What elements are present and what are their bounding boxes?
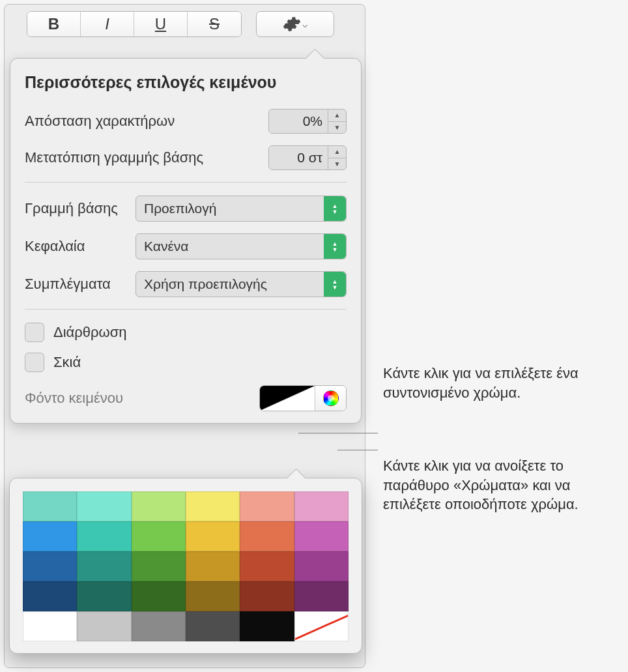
stepper-arrows[interactable]: ▲▼ xyxy=(328,146,346,169)
chevron-down-icon: ⌵ xyxy=(302,19,307,29)
no-color-swatch[interactable] xyxy=(294,611,349,641)
stepper-arrows[interactable]: ▲▼ xyxy=(328,110,346,133)
baseline-select-value: Προεπιλογή xyxy=(144,201,216,216)
color-wheel-icon xyxy=(323,390,339,406)
color-swatch[interactable] xyxy=(132,521,186,551)
baseline-label: Γραμμή βάσης xyxy=(25,200,136,217)
color-swatch[interactable] xyxy=(132,551,186,581)
more-text-options-popover: Περισσότερες επιλογές κειμένου Απόσταση … xyxy=(10,58,362,424)
color-wheel-button[interactable] xyxy=(315,386,346,411)
caps-select[interactable]: Κανένα ▲▼ xyxy=(136,233,347,259)
coordinated-color-swatch-button[interactable] xyxy=(260,386,315,411)
color-swatch[interactable] xyxy=(240,611,294,641)
outline-checkbox[interactable] xyxy=(25,323,44,342)
color-swatch[interactable] xyxy=(23,491,77,521)
select-arrows-icon: ▲▼ xyxy=(324,234,346,259)
color-swatch[interactable] xyxy=(77,521,131,551)
color-swatch[interactable] xyxy=(23,521,77,551)
text-format-toolbar: B I U S ⌵ xyxy=(5,5,365,41)
shadow-checkbox[interactable] xyxy=(25,353,44,372)
color-swatch[interactable] xyxy=(23,581,77,611)
text-background-control xyxy=(259,385,347,411)
callout-swatch: Κάντε κλικ για να επιλέξετε ένα συντονισ… xyxy=(383,364,618,402)
baseline-shift-input[interactable] xyxy=(269,146,328,169)
popover-title: Περισσότερες επιλογές κειμένου xyxy=(25,73,347,92)
color-swatch[interactable] xyxy=(294,491,349,521)
callout-wheel: Κάντε κλικ για να ανοίξετε το παράθυρο «… xyxy=(383,456,621,514)
outline-label: Διάρθρωση xyxy=(53,324,127,341)
text-background-label: Φόντο κειμένου xyxy=(25,390,259,407)
color-swatch[interactable] xyxy=(186,551,240,581)
char-spacing-label: Απόσταση χαρακτήρων xyxy=(25,113,268,130)
color-swatch[interactable] xyxy=(186,611,240,641)
color-swatch[interactable] xyxy=(23,551,77,581)
caps-label: Κεφαλαία xyxy=(25,238,136,255)
color-grid xyxy=(23,491,349,641)
baseline-shift-stepper[interactable]: ▲▼ xyxy=(268,145,347,170)
select-arrows-icon: ▲▼ xyxy=(324,272,346,297)
underline-button[interactable]: U xyxy=(134,12,188,37)
baseline-shift-label: Μετατόπιση γραμμής βάσης xyxy=(25,149,268,166)
shadow-label: Σκιά xyxy=(53,354,81,371)
italic-button[interactable]: I xyxy=(81,12,134,37)
bold-button[interactable]: B xyxy=(27,12,81,37)
baseline-select[interactable]: Προεπιλογή ▲▼ xyxy=(136,196,347,222)
caps-select-value: Κανένα xyxy=(144,239,188,254)
color-swatch[interactable] xyxy=(186,491,240,521)
color-palette-popover xyxy=(9,478,362,654)
color-swatch[interactable] xyxy=(294,521,349,551)
strikethrough-button[interactable]: S xyxy=(188,12,241,37)
divider xyxy=(25,309,347,310)
color-swatch[interactable] xyxy=(77,491,131,521)
color-swatch[interactable] xyxy=(186,521,240,551)
more-text-options-button[interactable]: ⌵ xyxy=(256,11,334,37)
ligatures-label: Συμπλέγματα xyxy=(25,276,136,293)
color-swatch[interactable] xyxy=(240,521,294,551)
font-style-group: B I U S xyxy=(27,11,242,37)
color-swatch[interactable] xyxy=(23,611,77,641)
color-swatch[interactable] xyxy=(294,581,349,611)
ligatures-select[interactable]: Χρήση προεπιλογής ▲▼ xyxy=(136,271,347,297)
color-swatch[interactable] xyxy=(240,551,294,581)
color-swatch[interactable] xyxy=(186,581,240,611)
color-swatch[interactable] xyxy=(77,551,131,581)
divider xyxy=(25,182,347,183)
select-arrows-icon: ▲▼ xyxy=(324,196,346,221)
color-swatch[interactable] xyxy=(294,551,349,581)
char-spacing-stepper[interactable]: ▲▼ xyxy=(268,109,347,134)
color-swatch[interactable] xyxy=(240,491,294,521)
color-swatch[interactable] xyxy=(77,611,131,641)
gear-icon xyxy=(283,15,301,33)
format-sidebar: B I U S ⌵ Περισσότερες επιλογές κειμένου… xyxy=(4,4,365,668)
color-swatch[interactable] xyxy=(132,581,186,611)
color-swatch[interactable] xyxy=(132,611,186,641)
char-spacing-input[interactable] xyxy=(269,110,328,133)
color-swatch[interactable] xyxy=(240,581,294,611)
color-swatch[interactable] xyxy=(77,581,131,611)
ligatures-select-value: Χρήση προεπιλογής xyxy=(144,276,267,292)
color-swatch[interactable] xyxy=(132,491,186,521)
